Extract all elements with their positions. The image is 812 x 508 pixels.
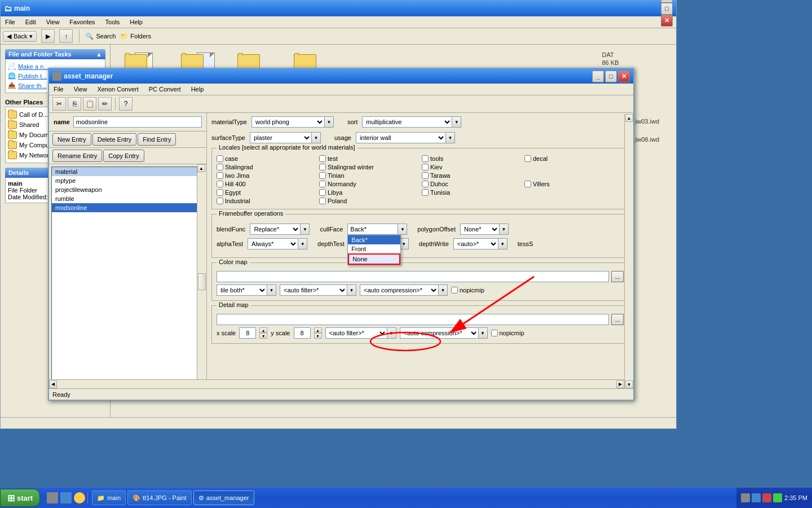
help-button[interactable]: ? — [119, 97, 133, 111]
cullface-option-none[interactable]: None — [348, 253, 400, 265]
usage-select[interactable]: interior wall — [356, 132, 446, 143]
nopicmip-2-checkbox[interactable] — [491, 330, 498, 336]
checkbox-tools[interactable] — [422, 155, 429, 162]
tray-icon-4[interactable] — [773, 493, 782, 502]
checkbox-tunisia[interactable] — [422, 189, 429, 196]
tree-item-rumble[interactable]: rumble — [52, 194, 197, 203]
minimize-button[interactable]: _ — [661, 0, 673, 3]
tree-scrollbar[interactable]: ▲ ▼ — [197, 164, 206, 398]
paste-button[interactable]: 📋 — [83, 97, 96, 111]
dialog-close-btn[interactable]: ✕ — [618, 71, 630, 82]
dialog-maximize-btn[interactable]: □ — [605, 71, 617, 82]
tree-item-projectileweapon[interactable]: projectileweapon — [52, 185, 197, 194]
dialog-menu-file[interactable]: File — [51, 85, 66, 94]
x-scale-up[interactable]: ▲ — [259, 327, 267, 333]
delete-entry-button[interactable]: Delete Entry — [92, 133, 137, 146]
checkbox-tinian[interactable] — [319, 172, 326, 179]
right-scroll-up[interactable]: ▲ — [625, 114, 633, 122]
checkbox-test[interactable] — [319, 155, 326, 162]
detail-auto-filter-arrow[interactable]: ▼ — [387, 327, 396, 339]
sort-arrow[interactable]: ▼ — [452, 116, 461, 128]
checkbox-normandy[interactable] — [319, 181, 326, 187]
maximize-button[interactable]: □ — [661, 3, 673, 15]
checkbox-hill400[interactable] — [217, 181, 223, 187]
scroll-up[interactable]: ▲ — [197, 164, 205, 172]
forward-button[interactable]: ▶ — [41, 29, 55, 43]
dialog-menu-help[interactable]: Help — [189, 85, 206, 94]
right-scroll-down[interactable]: ▼ — [625, 380, 633, 388]
auto-filter-arrow[interactable]: ▼ — [347, 284, 356, 296]
checkbox-kiev[interactable] — [422, 164, 429, 170]
rename-button[interactable]: ✏ — [98, 97, 112, 111]
depthwrite-arrow[interactable]: ▼ — [498, 238, 508, 249]
checkbox-case[interactable] — [217, 155, 223, 162]
alphatest-select[interactable]: Always* — [248, 238, 298, 249]
material-type-select[interactable]: world phong — [251, 116, 325, 128]
y-scale-input[interactable] — [294, 327, 311, 339]
color-map-browse-btn[interactable]: ... — [611, 271, 624, 282]
polygon-offset-select[interactable]: None* — [460, 224, 500, 235]
search-button[interactable]: 🔍Search — [86, 33, 116, 40]
dialog-h-scrollbar[interactable]: ◀ ▶ — [49, 379, 624, 388]
menu-tools[interactable]: Tools — [103, 17, 122, 27]
nopicmip-1-checkbox[interactable] — [451, 287, 458, 294]
detail-auto-filter-select[interactable]: <auto filter>* — [325, 327, 387, 339]
x-scale-input[interactable] — [239, 327, 256, 339]
tile-select[interactable]: tile both* — [217, 284, 267, 296]
checkbox-poland[interactable] — [319, 198, 326, 204]
menu-favorites[interactable]: Favorites — [67, 17, 97, 27]
menu-edit[interactable]: Edit — [23, 17, 38, 27]
auto-compression-select[interactable]: <auto compression>* — [360, 284, 439, 296]
usage-arrow[interactable]: ▼ — [446, 132, 455, 143]
h-scroll-left[interactable]: ◀ — [49, 380, 57, 388]
copy-button[interactable]: ⎘ — [68, 97, 81, 111]
dialog-menu-view[interactable]: View — [72, 85, 90, 94]
cullface-arrow[interactable]: ▼ — [398, 224, 407, 235]
tile-arrow[interactable]: ▼ — [267, 284, 276, 296]
cullface-option-front[interactable]: Front — [348, 244, 400, 253]
color-map-input[interactable] — [217, 271, 609, 282]
surface-type-arrow[interactable]: ▼ — [312, 132, 321, 143]
dialog-minimize-btn[interactable]: _ — [592, 71, 604, 82]
h-scroll-right[interactable]: ▶ — [616, 380, 624, 388]
back-button[interactable]: ◀ Back ▾ — [3, 31, 37, 42]
tray-icon-2[interactable] — [752, 493, 761, 502]
menu-help[interactable]: Help — [127, 17, 145, 27]
tree-item-modsonline[interactable]: modsonline — [52, 203, 197, 212]
auto-filter-select[interactable]: <auto filter>* — [280, 284, 347, 296]
material-type-arrow[interactable]: ▼ — [325, 116, 334, 128]
depthwrite-select[interactable]: <auto>* — [453, 238, 498, 249]
checkbox-libya[interactable] — [319, 189, 326, 196]
alphatest-arrow[interactable]: ▼ — [298, 238, 307, 249]
close-button-explorer[interactable]: ✕ — [661, 15, 673, 27]
cullface-option-back[interactable]: Back* — [348, 235, 400, 244]
y-scale-down[interactable]: ▼ — [314, 333, 322, 339]
up-button[interactable]: ↑ — [59, 29, 73, 43]
taskbar-item-paint[interactable]: 🎨 tt14.JPG - Paint — [127, 491, 192, 505]
taskbar-item-main[interactable]: 📁 main — [92, 491, 126, 505]
polygon-offset-arrow[interactable]: ▼ — [500, 224, 509, 235]
checkbox-villers[interactable] — [524, 181, 531, 187]
blendfunc-arrow[interactable]: ▼ — [301, 224, 310, 235]
checkbox-stalingrad-winter[interactable] — [319, 164, 326, 170]
ie-icon[interactable] — [47, 492, 58, 503]
y-scale-up[interactable]: ▲ — [314, 327, 322, 333]
find-entry-button[interactable]: Find Entry — [138, 133, 176, 146]
taskbar-item-asset-manager[interactable]: ⚙ asset_manager — [193, 491, 254, 505]
sort-select[interactable]: multiplicative — [362, 116, 452, 128]
checkbox-decal[interactable] — [524, 155, 531, 162]
auto-compression-arrow[interactable]: ▼ — [439, 284, 448, 296]
checkbox-tarawa[interactable] — [422, 172, 429, 179]
surface-type-select[interactable]: plaster — [250, 132, 312, 143]
new-entry-button[interactable]: New Entry — [52, 133, 91, 146]
x-scale-down[interactable]: ▼ — [259, 333, 267, 339]
dialog-menu-pc[interactable]: PC Convert — [147, 85, 183, 94]
tree-item-mptype[interactable]: mptype — [52, 176, 197, 185]
rename-entry-button[interactable]: Rename Entry — [52, 150, 102, 162]
detail-auto-compression-select[interactable]: <auto compression>* — [400, 327, 479, 339]
dialog-right-scrollbar[interactable]: ▲ ▼ — [624, 114, 633, 388]
cullface-value[interactable]: Back* — [347, 224, 398, 235]
blendfunc-select[interactable]: Replace* — [250, 224, 301, 235]
copy-entry-button[interactable]: Copy Entry — [103, 150, 144, 162]
folders-button[interactable]: 📁Folders — [120, 33, 151, 40]
